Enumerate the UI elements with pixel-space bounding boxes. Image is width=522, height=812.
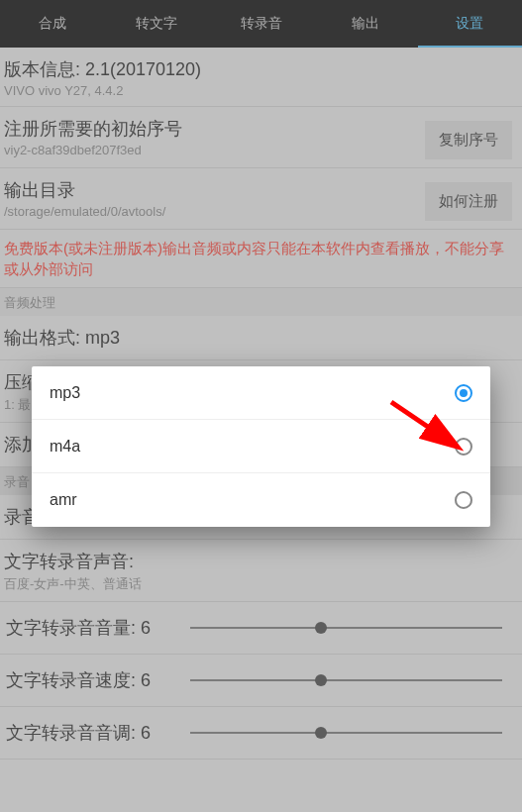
radio-icon <box>455 384 472 402</box>
format-picker-dialog: mp3 m4a amr <box>32 366 490 527</box>
format-option-amr[interactable]: amr <box>32 473 490 527</box>
option-label: mp3 <box>50 384 80 402</box>
radio-icon <box>455 491 472 509</box>
radio-icon <box>455 438 472 456</box>
option-label: amr <box>50 491 77 509</box>
format-option-mp3[interactable]: mp3 <box>32 366 490 420</box>
option-label: m4a <box>50 438 80 456</box>
format-option-m4a[interactable]: m4a <box>32 420 490 473</box>
